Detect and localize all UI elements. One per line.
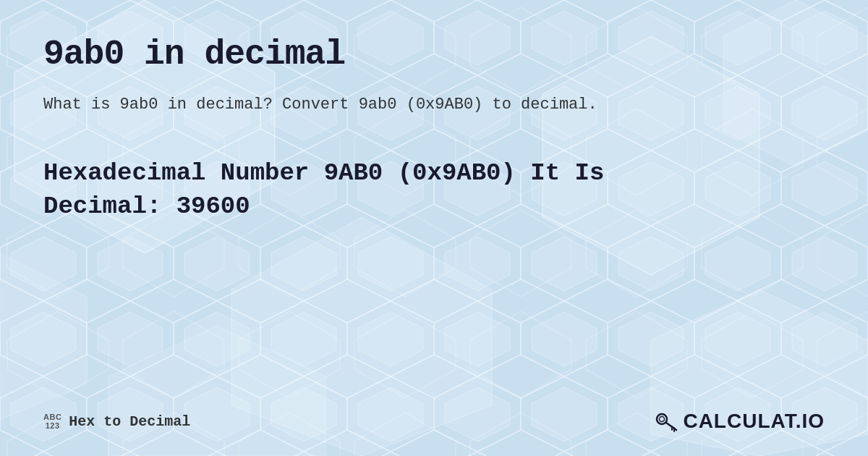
result-section: Hexadecimal Number 9AB0 (0x9AB0) It Is D… bbox=[43, 157, 825, 401]
result-heading-line2: Decimal: 39600 bbox=[43, 193, 250, 220]
footer-left: ABC 123 Hex to Decimal bbox=[43, 413, 190, 430]
footer-label: Hex to Decimal bbox=[69, 413, 190, 430]
page-title: 9ab0 in decimal bbox=[43, 35, 825, 74]
number-label: 123 bbox=[46, 421, 60, 430]
footer: ABC 123 Hex to Decimal CALCULAT.IO bbox=[43, 401, 825, 434]
logo-text: CALCULAT.IO bbox=[683, 410, 825, 433]
subtitle-text: What is 9ab0 in decimal? Convert 9ab0 (0… bbox=[43, 96, 825, 114]
abc-label: ABC bbox=[43, 413, 61, 421]
logo: CALCULAT.IO bbox=[652, 408, 825, 434]
key-icon bbox=[652, 408, 678, 434]
result-heading-line1: Hexadecimal Number 9AB0 (0x9AB0) It Is bbox=[43, 159, 604, 187]
abc-123-icon: ABC 123 bbox=[43, 413, 61, 430]
result-heading: Hexadecimal Number 9AB0 (0x9AB0) It Is D… bbox=[43, 157, 825, 224]
svg-point-14 bbox=[660, 417, 665, 422]
